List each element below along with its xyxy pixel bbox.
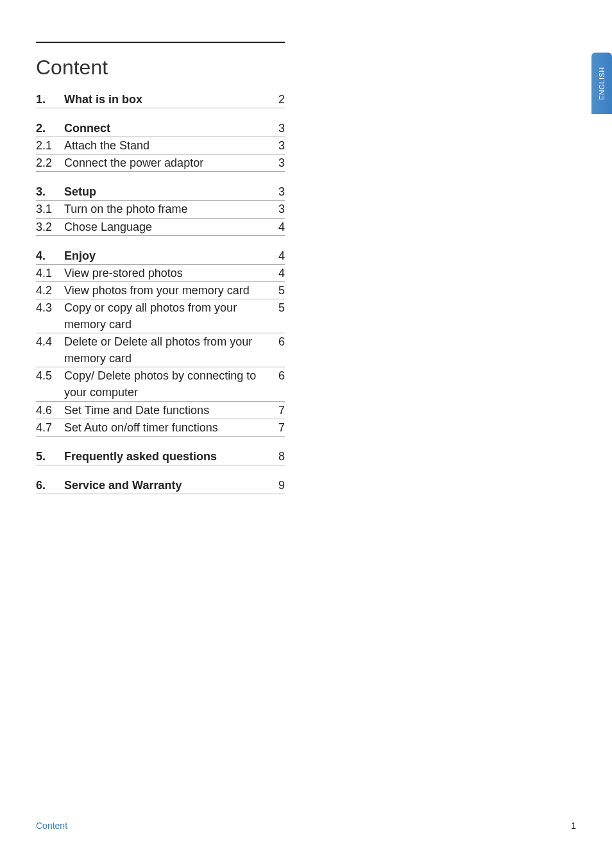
- toc-entry-title: What is in box: [64, 91, 273, 108]
- toc-group: 4.Enjoy44.1View pre-stored photos44.2Vie…: [36, 247, 285, 437]
- toc-entry: 3.1Turn on the photo frame3: [36, 201, 285, 218]
- toc-entry-page: 8: [273, 448, 285, 465]
- toc-entry: 4.3Copy or copy all photos from your mem…: [36, 299, 285, 333]
- toc-entry-number: 3.: [36, 183, 64, 200]
- toc-entry-number: 4.1: [36, 265, 64, 281]
- toc-entry: 4.1View pre-stored photos4: [36, 265, 285, 282]
- toc-entry-page: 5: [273, 299, 285, 316]
- toc-entry-number: 5.: [36, 448, 64, 465]
- toc-group: 2.Connect32.1Attach the Stand32.2Connect…: [36, 120, 285, 172]
- toc-entry: 3.2Chose Language4: [36, 219, 285, 236]
- toc-entry-title: Delete or Delete all photos from your me…: [64, 333, 273, 367]
- toc-entry-title: Setup: [64, 183, 273, 200]
- toc-entry-title: View pre-stored photos: [64, 265, 273, 281]
- toc-entry-number: 1.: [36, 91, 64, 108]
- toc-entry-title: Frequently asked questions: [64, 448, 273, 465]
- toc-entry-page: 4: [273, 265, 285, 281]
- toc-entry-title: Enjoy: [64, 247, 273, 264]
- toc-entry-title: Attach the Stand: [64, 137, 273, 154]
- toc-entry-number: 3.2: [36, 219, 64, 235]
- toc-entry-page: 3: [273, 201, 285, 217]
- toc-entry-number: 4.3: [36, 299, 64, 316]
- toc-entry-number: 3.1: [36, 201, 64, 217]
- page-footer: Content 1: [36, 821, 576, 831]
- toc-entry-page: 6: [273, 367, 285, 384]
- toc-entry-page: 4: [273, 247, 285, 264]
- toc-entry: 4.Enjoy4: [36, 247, 285, 265]
- page-heading: Content: [36, 42, 285, 79]
- toc-entry-number: 4.2: [36, 282, 64, 299]
- toc-entry-number: 6.: [36, 477, 64, 494]
- toc-entry-number: 4.4: [36, 333, 64, 350]
- toc-entry: 4.4Delete or Delete all photos from your…: [36, 333, 285, 367]
- toc-entry-number: 4.7: [36, 419, 64, 436]
- toc-entry-page: 2: [273, 91, 285, 108]
- toc-entry-page: 7: [273, 402, 285, 419]
- toc-entry-title: Service and Warranty: [64, 477, 273, 494]
- toc-entry-number: 2.2: [36, 154, 64, 171]
- toc-entry: 4.6Set Time and Date functions7: [36, 402, 285, 419]
- toc-entry: 6.Service and Warranty9: [36, 477, 285, 494]
- toc-entry-title: Chose Language: [64, 219, 273, 235]
- toc-entry: 5.Frequently asked questions8: [36, 448, 285, 465]
- toc-entry-title: Connect the power adaptor: [64, 154, 273, 171]
- footer-page-number: 1: [571, 821, 576, 831]
- toc-entry-page: 3: [273, 183, 285, 200]
- toc-entry-page: 3: [273, 154, 285, 171]
- toc-entry-page: 5: [273, 282, 285, 299]
- language-tab: ENGLISH: [591, 53, 612, 114]
- toc-entry-page: 3: [273, 137, 285, 154]
- toc-entry-title: Set Time and Date functions: [64, 402, 273, 419]
- toc-entry-page: 9: [273, 477, 285, 494]
- toc-entry: 2.Connect3: [36, 120, 285, 137]
- toc-entry-page: 6: [273, 333, 285, 350]
- toc-entry: 4.2View photos from your memory card5: [36, 282, 285, 299]
- footer-section-name: Content: [36, 821, 67, 831]
- toc-entry-title: Set Auto on/off timer functions: [64, 419, 273, 436]
- toc-entry: 2.1Attach the Stand3: [36, 137, 285, 154]
- toc-entry-number: 4.5: [36, 367, 64, 384]
- toc-entry-title: Copy or copy all photos from your memory…: [64, 299, 273, 333]
- toc-group: 5.Frequently asked questions8: [36, 448, 285, 465]
- toc-entry: 3.Setup3: [36, 183, 285, 201]
- toc-entry-page: 4: [273, 219, 285, 235]
- toc-entry-number: 4.6: [36, 402, 64, 419]
- toc-entry-page: 7: [273, 419, 285, 436]
- toc-group: 6.Service and Warranty9: [36, 477, 285, 494]
- toc-entry-number: 2.1: [36, 137, 64, 154]
- toc-group: 1.What is in box2: [36, 91, 285, 108]
- toc-entry-title: View photos from your memory card: [64, 282, 273, 299]
- toc-entry: 2.2Connect the power adaptor3: [36, 154, 285, 172]
- toc-entry-title: Copy/ Delete photos by connecting to you…: [64, 367, 273, 401]
- toc-entry: 4.7Set Auto on/off timer functions7: [36, 419, 285, 437]
- toc-entry-number: 2.: [36, 120, 64, 137]
- toc-entry: 1.What is in box2: [36, 91, 285, 108]
- toc-entry: 4.5Copy/ Delete photos by connecting to …: [36, 367, 285, 401]
- toc-group: 3.Setup33.1Turn on the photo frame33.2Ch…: [36, 183, 285, 235]
- toc-entry-title: Turn on the photo frame: [64, 201, 273, 217]
- toc-entry-title: Connect: [64, 120, 273, 137]
- table-of-contents: 1.What is in box22.Connect32.1Attach the…: [36, 91, 285, 494]
- toc-entry-page: 3: [273, 120, 285, 137]
- toc-entry-number: 4.: [36, 247, 64, 264]
